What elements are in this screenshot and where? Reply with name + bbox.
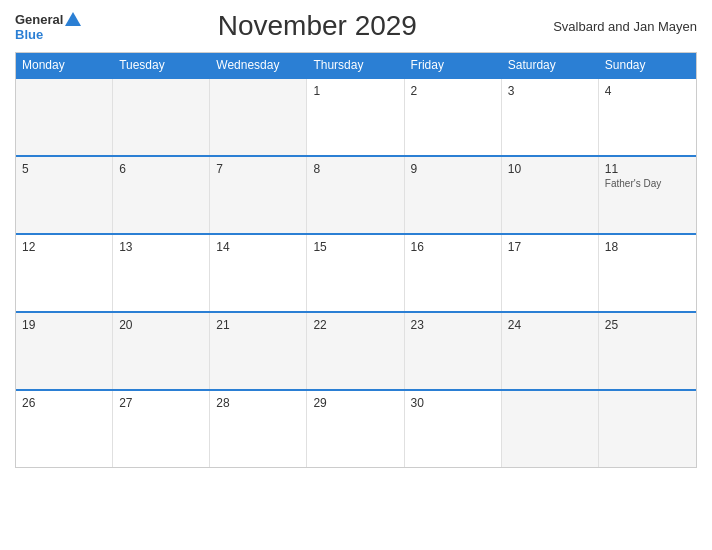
week-row-4: 19202122232425 (16, 311, 696, 389)
day-number: 10 (508, 162, 592, 176)
day-cell (599, 391, 696, 467)
day-cell: 14 (210, 235, 307, 311)
day-header-tuesday: Tuesday (113, 53, 210, 77)
day-cell: 21 (210, 313, 307, 389)
day-cell: 18 (599, 235, 696, 311)
day-number: 16 (411, 240, 495, 254)
day-headers-row: MondayTuesdayWednesdayThursdayFridaySatu… (16, 53, 696, 77)
day-number: 17 (508, 240, 592, 254)
day-number: 5 (22, 162, 106, 176)
day-number: 21 (216, 318, 300, 332)
logo: General Blue (15, 12, 81, 41)
day-number: 25 (605, 318, 690, 332)
day-number: 13 (119, 240, 203, 254)
logo-blue-text: Blue (15, 28, 43, 41)
day-number: 2 (411, 84, 495, 98)
day-cell: 25 (599, 313, 696, 389)
day-header-saturday: Saturday (502, 53, 599, 77)
day-number: 19 (22, 318, 106, 332)
day-number: 3 (508, 84, 592, 98)
day-cell: 6 (113, 157, 210, 233)
week-row-1: 1234 (16, 77, 696, 155)
day-cell: 19 (16, 313, 113, 389)
day-cell: 3 (502, 79, 599, 155)
day-cell: 11Father's Day (599, 157, 696, 233)
day-number: 22 (313, 318, 397, 332)
day-number: 14 (216, 240, 300, 254)
day-cell: 13 (113, 235, 210, 311)
day-number: 4 (605, 84, 690, 98)
day-number: 27 (119, 396, 203, 410)
day-header-thursday: Thursday (307, 53, 404, 77)
day-cell: 8 (307, 157, 404, 233)
day-number: 6 (119, 162, 203, 176)
day-number: 11 (605, 162, 690, 176)
day-cell (16, 79, 113, 155)
day-number: 26 (22, 396, 106, 410)
logo-triangle-icon (65, 12, 81, 26)
day-number: 9 (411, 162, 495, 176)
day-cell: 23 (405, 313, 502, 389)
day-cell: 24 (502, 313, 599, 389)
day-cell: 22 (307, 313, 404, 389)
day-number: 15 (313, 240, 397, 254)
region-label: Svalbard and Jan Mayen (553, 19, 697, 34)
day-cell: 20 (113, 313, 210, 389)
week-row-2: 567891011Father's Day (16, 155, 696, 233)
calendar-header: General Blue November 2029 Svalbard and … (15, 10, 697, 42)
day-cell: 1 (307, 79, 404, 155)
day-cell: 29 (307, 391, 404, 467)
day-cell: 12 (16, 235, 113, 311)
calendar-grid: MondayTuesdayWednesdayThursdayFridaySatu… (15, 52, 697, 468)
day-number: 28 (216, 396, 300, 410)
day-cell: 16 (405, 235, 502, 311)
day-cell: 7 (210, 157, 307, 233)
day-header-wednesday: Wednesday (210, 53, 307, 77)
day-header-sunday: Sunday (599, 53, 696, 77)
day-header-friday: Friday (405, 53, 502, 77)
logo-line: General (15, 12, 81, 28)
day-number: 18 (605, 240, 690, 254)
day-number: 20 (119, 318, 203, 332)
day-cell: 17 (502, 235, 599, 311)
calendar-container: General Blue November 2029 Svalbard and … (0, 0, 712, 550)
day-cell (210, 79, 307, 155)
day-number: 23 (411, 318, 495, 332)
day-cell: 27 (113, 391, 210, 467)
day-cell: 26 (16, 391, 113, 467)
day-number: 12 (22, 240, 106, 254)
day-header-monday: Monday (16, 53, 113, 77)
day-cell: 9 (405, 157, 502, 233)
day-number: 7 (216, 162, 300, 176)
logo-general-text: General (15, 13, 63, 26)
day-cell: 15 (307, 235, 404, 311)
day-number: 30 (411, 396, 495, 410)
day-cell (113, 79, 210, 155)
day-number: 29 (313, 396, 397, 410)
day-cell (502, 391, 599, 467)
day-cell: 10 (502, 157, 599, 233)
day-cell: 2 (405, 79, 502, 155)
week-row-5: 2627282930 (16, 389, 696, 467)
day-number: 24 (508, 318, 592, 332)
day-cell: 5 (16, 157, 113, 233)
event-label: Father's Day (605, 178, 690, 189)
day-cell: 28 (210, 391, 307, 467)
day-number: 8 (313, 162, 397, 176)
day-number: 1 (313, 84, 397, 98)
day-cell: 4 (599, 79, 696, 155)
week-row-3: 12131415161718 (16, 233, 696, 311)
day-cell: 30 (405, 391, 502, 467)
calendar-title: November 2029 (81, 10, 553, 42)
weeks-container: 1234567891011Father's Day121314151617181… (16, 77, 696, 467)
